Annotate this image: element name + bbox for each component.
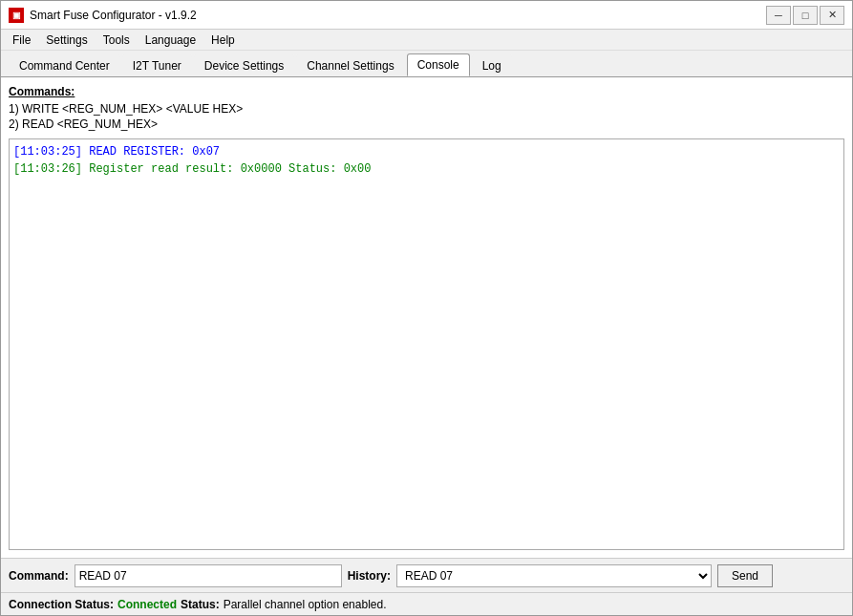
status-bar: Connection Status: Connected Status: Par… bbox=[1, 592, 852, 615]
tab-channel-settings[interactable]: Channel Settings bbox=[296, 54, 404, 76]
app-icon: ▣ bbox=[9, 8, 24, 23]
menu-language[interactable]: Language bbox=[138, 32, 203, 49]
main-window: ▣ Smart Fuse Configurator - v1.9.2 ─ □ ✕… bbox=[0, 0, 853, 616]
status-label: Status: bbox=[181, 598, 220, 611]
commands-header: Commands: bbox=[9, 85, 844, 98]
command-input[interactable] bbox=[75, 564, 342, 587]
title-bar: ▣ Smart Fuse Configurator - v1.9.2 ─ □ ✕ bbox=[1, 1, 852, 30]
window-title: Smart Fuse Configurator - v1.9.2 bbox=[30, 9, 766, 22]
main-content: Commands: 1) WRITE <REG_NUM_HEX> <VALUE … bbox=[1, 77, 852, 558]
tab-device-settings[interactable]: Device Settings bbox=[194, 54, 294, 76]
command-2: 2) READ <REG_NUM_HEX> bbox=[9, 117, 844, 131]
connection-status-label: Connection Status: bbox=[9, 598, 114, 611]
send-button[interactable]: Send bbox=[717, 564, 773, 587]
console-line-2: [11:03:26] Register read result: 0x0000 … bbox=[13, 160, 840, 178]
history-select[interactable]: READ 07 bbox=[396, 564, 712, 587]
tab-bar: Command Center I2T Tuner Device Settings… bbox=[1, 51, 852, 77]
console-panel: Commands: 1) WRITE <REG_NUM_HEX> <VALUE … bbox=[1, 77, 852, 558]
menu-help[interactable]: Help bbox=[203, 32, 243, 49]
tab-i2t-tuner[interactable]: I2T Tuner bbox=[122, 54, 192, 76]
history-label: History: bbox=[348, 569, 391, 583]
connection-status-value: Connected bbox=[117, 598, 177, 611]
tab-command-center[interactable]: Command Center bbox=[9, 54, 120, 76]
command-1: 1) WRITE <REG_NUM_HEX> <VALUE HEX> bbox=[9, 102, 844, 116]
console-output[interactable]: [11:03:25] READ REGISTER: 0x07 [11:03:26… bbox=[9, 138, 844, 550]
command-bar: Command: History: READ 07 Send bbox=[1, 558, 852, 592]
menu-bar: File Settings Tools Language Help bbox=[1, 30, 852, 51]
close-button[interactable]: ✕ bbox=[820, 6, 844, 25]
tab-log[interactable]: Log bbox=[472, 54, 512, 76]
maximize-button[interactable]: □ bbox=[793, 6, 818, 25]
status-value: Parallel channel option enabled. bbox=[224, 598, 387, 611]
tab-console[interactable]: Console bbox=[407, 53, 470, 76]
menu-tools[interactable]: Tools bbox=[96, 32, 138, 49]
minimize-button[interactable]: ─ bbox=[766, 6, 791, 25]
command-label: Command: bbox=[9, 569, 69, 583]
menu-settings[interactable]: Settings bbox=[38, 32, 95, 49]
commands-list: 1) WRITE <REG_NUM_HEX> <VALUE HEX> 2) RE… bbox=[9, 102, 844, 133]
menu-file[interactable]: File bbox=[5, 32, 38, 49]
window-controls: ─ □ ✕ bbox=[766, 6, 844, 25]
console-line-1: [11:03:25] READ REGISTER: 0x07 bbox=[13, 143, 840, 160]
